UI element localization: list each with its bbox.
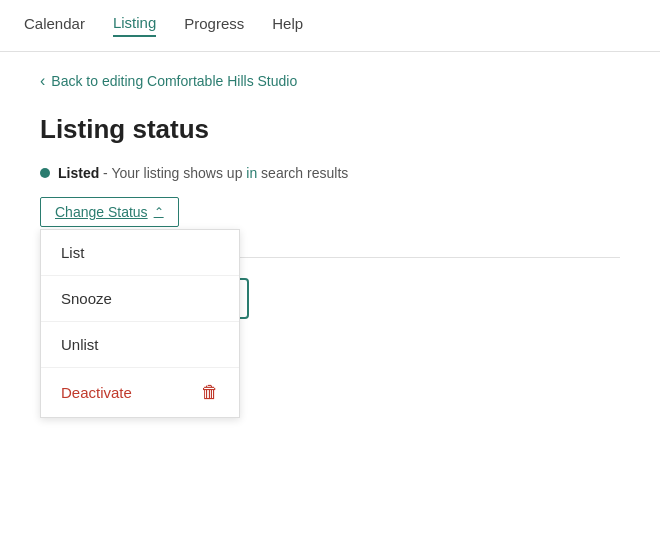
- nav-listing[interactable]: Listing: [113, 14, 156, 37]
- status-text: Listed - Your listing shows up in search…: [58, 165, 348, 181]
- status-line: Listed - Your listing shows up in search…: [40, 165, 620, 181]
- nav-calendar[interactable]: Calendar: [24, 15, 85, 36]
- dropdown-item-unlist[interactable]: Unlist: [41, 322, 239, 368]
- dropdown-label-deactivate: Deactivate: [61, 384, 132, 401]
- back-link-text: Back to editing Comfortable Hills Studio: [51, 73, 297, 89]
- nav-progress[interactable]: Progress: [184, 15, 244, 36]
- main-content: ‹ Back to editing Comfortable Hills Stud…: [0, 52, 660, 339]
- status-desc-suffix: search results: [257, 165, 348, 181]
- dropdown-label-list: List: [61, 244, 84, 261]
- dropdown-item-deactivate[interactable]: Deactivate 🗑: [41, 368, 239, 417]
- change-status-label: Change Status: [55, 204, 148, 220]
- trash-icon: 🗑: [201, 382, 219, 403]
- dropdown-item-list[interactable]: List: [41, 230, 239, 276]
- dropdown-menu: List Snooze Unlist Deactivate 🗑: [40, 229, 240, 418]
- dropdown-item-snooze[interactable]: Snooze: [41, 276, 239, 322]
- page-title: Listing status: [40, 114, 620, 145]
- chevron-up-icon: ⌃: [154, 205, 164, 219]
- change-status-button[interactable]: Change Status ⌃: [40, 197, 179, 227]
- change-status-container: Change Status ⌃ List Snooze Unlist Deact…: [40, 197, 179, 227]
- status-highlight: in: [246, 165, 257, 181]
- status-desc-prefix: - Your listing shows up: [99, 165, 246, 181]
- dropdown-label-unlist: Unlist: [61, 336, 99, 353]
- nav-help[interactable]: Help: [272, 15, 303, 36]
- top-nav: Calendar Listing Progress Help: [0, 0, 660, 52]
- back-arrow-icon: ‹: [40, 72, 45, 90]
- status-label: Listed: [58, 165, 99, 181]
- dropdown-label-snooze: Snooze: [61, 290, 112, 307]
- status-dot: [40, 168, 50, 178]
- back-link[interactable]: ‹ Back to editing Comfortable Hills Stud…: [40, 72, 620, 90]
